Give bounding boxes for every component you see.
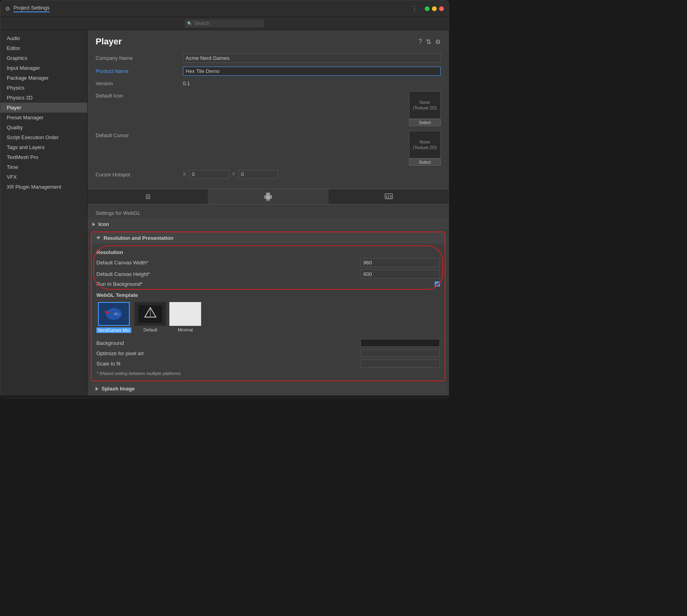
page-title: Player bbox=[96, 36, 122, 47]
default-cursor-texture: None (Texture 2D) Select bbox=[409, 131, 441, 166]
resolution-oval-area: Resolution Default Canvas Width* Default… bbox=[96, 247, 440, 288]
cursor-texture-none: None bbox=[420, 140, 430, 144]
scale-to-fit-label: Scale to fit bbox=[96, 361, 361, 367]
default-icon-row: Default Icon None (Texture 2D) Select bbox=[96, 89, 441, 128]
sidebar-item-preset-manager[interactable]: Preset Manager bbox=[0, 113, 87, 122]
template-minimal[interactable]: Minimal bbox=[169, 302, 201, 333]
version-label: Version bbox=[96, 80, 183, 86]
sidebar-item-audio[interactable]: Audio bbox=[0, 33, 87, 43]
template-thumb-nerdgames bbox=[98, 302, 130, 326]
cursor-select-button[interactable]: Select bbox=[409, 159, 441, 166]
icon-texture-type: (Texture 2D) bbox=[413, 105, 437, 110]
window-controls bbox=[425, 6, 444, 11]
search-input[interactable] bbox=[185, 19, 264, 27]
import-icon[interactable]: ⇅ bbox=[426, 38, 431, 46]
highlight-box: Resolution and Presentation Resolution D… bbox=[91, 231, 445, 381]
icon-select-button[interactable]: Select bbox=[409, 119, 441, 126]
sidebar-item-physics[interactable]: Physics bbox=[0, 83, 87, 93]
sidebar: Audio Editor Graphics Input Manager Pack… bbox=[0, 30, 88, 396]
company-name-value[interactable]: Acme Nerd Games bbox=[183, 54, 441, 63]
template-items: NerdGames Min bbox=[96, 300, 440, 335]
cursor-hotspot-label: Cursor Hotspot bbox=[96, 172, 183, 178]
icon-section-header[interactable]: Icon bbox=[88, 218, 449, 230]
company-name-label: Company Name bbox=[96, 55, 183, 61]
template-name-minimal: Minimal bbox=[178, 327, 193, 332]
sidebar-item-tags-layers[interactable]: Tags and Layers bbox=[0, 142, 87, 152]
icon-texture-box: None (Texture 2D) bbox=[409, 91, 441, 119]
resolution-section-header[interactable]: Resolution and Presentation bbox=[92, 232, 445, 244]
gear-icon-title: ⚙ bbox=[5, 6, 10, 12]
platform-tabs: 🖥 bbox=[88, 189, 449, 205]
form-area: Company Name Acme Nerd Games Product Nam… bbox=[88, 52, 449, 186]
version-value: 0.1 bbox=[183, 80, 441, 86]
sidebar-item-textmesh[interactable]: TextMesh Pro bbox=[0, 152, 87, 162]
tab-android[interactable] bbox=[208, 189, 329, 204]
canvas-width-input[interactable] bbox=[361, 258, 440, 267]
webgl-template-section: WebGL Template bbox=[96, 288, 440, 338]
company-name-row: Company Name Acme Nerd Games bbox=[96, 52, 441, 65]
resolution-sub-title: Resolution bbox=[96, 247, 440, 257]
icon-section-title: Icon bbox=[98, 221, 109, 227]
canvas-height-label: Default Canvas Height* bbox=[96, 271, 361, 277]
settings-for-webgl-label: Settings for WebGL bbox=[88, 208, 449, 218]
icon-texture-none: None bbox=[420, 100, 430, 105]
default-icon-texture: None (Texture 2D) Select bbox=[409, 91, 441, 126]
tab-webgl[interactable] bbox=[328, 189, 449, 204]
res-triangle-down bbox=[96, 237, 100, 239]
resolution-section-wrapper: Resolution and Presentation Resolution D… bbox=[88, 231, 449, 381]
version-row: Version 0.1 bbox=[96, 78, 441, 89]
scale-to-fit-row: Scale to fit bbox=[96, 358, 440, 369]
content-header: Player ? ⇅ ⚙ bbox=[88, 30, 449, 52]
sidebar-item-editor[interactable]: Editor bbox=[0, 43, 87, 53]
template-default[interactable]: Default bbox=[134, 302, 166, 333]
canvas-width-label: Default Canvas Width* bbox=[96, 260, 361, 266]
sidebar-item-xr[interactable]: XR Plugin Management bbox=[0, 182, 87, 192]
title-bar-controls: ⋮ bbox=[411, 5, 444, 12]
search-wrapper bbox=[185, 19, 264, 27]
title-bar: ⚙ Project Settings ⋮ bbox=[0, 0, 449, 17]
template-nerdgames[interactable]: NerdGames Min bbox=[96, 302, 131, 333]
default-cursor-label: Default Cursor bbox=[96, 131, 183, 138]
product-name-input[interactable] bbox=[183, 67, 441, 76]
icon-triangle-right bbox=[92, 222, 95, 226]
resolution-content: Resolution Default Canvas Width* Default… bbox=[92, 244, 445, 381]
cursor-hotspot-row: Cursor Hotspot X Y bbox=[96, 168, 441, 181]
sidebar-item-input-manager[interactable]: Input Manager bbox=[0, 63, 87, 73]
splash-image-title: Splash Image bbox=[102, 386, 135, 392]
cursor-y-input[interactable] bbox=[238, 170, 278, 179]
splash-image-section-header[interactable]: Splash Image bbox=[91, 383, 445, 394]
background-label: Background bbox=[96, 340, 361, 346]
template-thumb-default bbox=[134, 302, 166, 326]
dot-green[interactable] bbox=[425, 6, 430, 11]
sidebar-item-script-execution[interactable]: Script Execution Order bbox=[0, 132, 87, 142]
run-in-background-row: Run In Background* bbox=[96, 280, 440, 288]
sidebar-item-quality[interactable]: Quality bbox=[0, 122, 87, 132]
dot-yellow[interactable] bbox=[432, 6, 437, 11]
x-label: X bbox=[183, 172, 186, 177]
content-area: Player ? ⇅ ⚙ Company Name Acme Nerd Game… bbox=[88, 30, 449, 396]
default-cursor-row: Default Cursor None (Texture 2D) Select bbox=[96, 128, 441, 168]
help-icon[interactable]: ? bbox=[418, 38, 422, 45]
main-layout: Audio Editor Graphics Input Manager Pack… bbox=[0, 30, 449, 396]
splash-triangle-right bbox=[96, 387, 98, 391]
cursor-hotspot-inputs: X Y bbox=[183, 170, 278, 179]
more-icon[interactable]: ⋮ bbox=[411, 5, 418, 12]
header-icons: ? ⇅ ⚙ bbox=[418, 38, 441, 46]
sidebar-item-physics-2d[interactable]: Physics 2D bbox=[0, 93, 87, 103]
template-name-default: Default bbox=[144, 327, 157, 332]
dot-red[interactable] bbox=[439, 6, 444, 11]
sidebar-item-graphics[interactable]: Graphics bbox=[0, 53, 87, 63]
run-in-background-checkbox[interactable] bbox=[435, 281, 440, 287]
sidebar-item-package-manager[interactable]: Package Manager bbox=[0, 73, 87, 83]
sidebar-item-vfx[interactable]: VFX bbox=[0, 172, 87, 182]
search-bar bbox=[0, 17, 449, 30]
tab-desktop[interactable]: 🖥 bbox=[88, 189, 208, 204]
optimize-pixel-art-row: Optimize for pixel art bbox=[96, 348, 440, 358]
template-name-nerdgames: NerdGames Min bbox=[96, 327, 131, 333]
sidebar-item-player[interactable]: Player bbox=[0, 103, 87, 113]
cursor-x-input[interactable] bbox=[189, 170, 229, 179]
sidebar-item-time[interactable]: Time bbox=[0, 162, 87, 172]
canvas-height-input[interactable] bbox=[361, 270, 440, 279]
background-color-field[interactable] bbox=[361, 339, 440, 347]
settings-icon[interactable]: ⚙ bbox=[435, 38, 441, 46]
